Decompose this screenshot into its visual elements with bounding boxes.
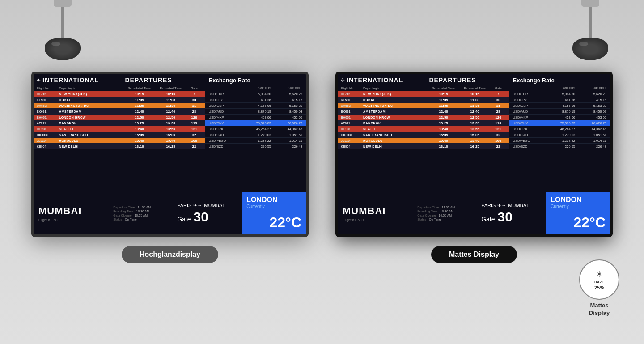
- board-time-val-left: 10:30 AM: [136, 210, 149, 213]
- exch-row: USD/BZD 226.55 226.48: [509, 144, 610, 149]
- haze-badge: ☀ HAZE 25%: [579, 259, 619, 300]
- col-flight-header-r: Flight No.: [341, 87, 363, 90]
- flight-no: DL712: [37, 93, 59, 96]
- exch-buy: 5,984.30: [544, 92, 575, 96]
- col-flight-header: Flight No.: [37, 87, 59, 90]
- exch-buy: 453.06: [544, 115, 575, 119]
- exch-row: USD/EUR 5,984.30 5,620.23: [509, 91, 610, 97]
- table-row: JL5204 HONOLULU 15:40 15:40 106: [338, 138, 509, 144]
- exch-sell: 5,620.23: [271, 92, 302, 96]
- flight-gate: 28: [186, 110, 202, 114]
- board-time-label-left: Boarding Time: [113, 210, 133, 213]
- flight-sched: 13:40: [124, 127, 155, 131]
- flight-sched: 11:05: [124, 98, 155, 102]
- flight-dest: AMSTERDAM: [363, 110, 428, 113]
- fixture-arm-r: [589, 7, 592, 38]
- dep-title-section: ✈ INTERNATIONAL: [37, 76, 121, 84]
- exch-pair: USD/CAD: [513, 133, 544, 137]
- dep-header-right: ✈ INTERNATIONAL DEPARTURES: [338, 74, 509, 86]
- flight-dest: BANGKOK: [363, 122, 428, 125]
- flight-dest: SEATTLE: [363, 127, 428, 131]
- flight-dest: SEATTLE: [59, 127, 124, 131]
- table-row: DL198 SEATTLE 13:40 13:55 121: [338, 126, 509, 132]
- dep-subtitle-right: DEPARTURES: [429, 76, 476, 84]
- gate-close-label-left: Gate Closure: [113, 214, 131, 217]
- fixture-mount: [54, 0, 72, 7]
- flight-sched: 13:25: [428, 121, 459, 125]
- exch-buy: 1,238.22: [544, 139, 575, 143]
- exch-row: USD/AUD 8,875.19 8,459.03: [205, 109, 306, 115]
- flight-gate: 126: [491, 115, 506, 119]
- flight-sched: 15:05: [428, 133, 459, 137]
- flight-sched: 10:15: [124, 92, 155, 96]
- flight-gate: 30: [186, 98, 202, 102]
- exch-sell: 1,014.21: [271, 139, 302, 143]
- exch-row: USD/CAD 1,279.03 1,051.51: [205, 132, 306, 138]
- dep-time-val-left: 11:05 AM: [138, 206, 151, 209]
- flight-no: DL198: [341, 127, 363, 131]
- exch-pair: USD/MXP: [209, 115, 240, 119]
- fixture-mount-r: [581, 0, 599, 7]
- exch-row: USD/MXP 453.06 453.06: [205, 115, 306, 120]
- exchange-panel-left: Exchange Rate WE BUY WE SELL USD/EUR 5,9…: [205, 74, 306, 192]
- exch-sell: 5,153.20: [271, 104, 302, 108]
- flight-gate: 11: [186, 104, 202, 108]
- flight-sched: 10:15: [428, 92, 459, 96]
- monitor-right: ✈ INTERNATIONAL DEPARTURES Flight No. De…: [335, 72, 613, 237]
- dep-title-right: INTERNATIONAL: [347, 76, 403, 84]
- flight-gate: 30: [491, 98, 506, 102]
- flight-sched: 16:10: [124, 144, 155, 149]
- bottom-weather-left: LONDON Currently 22°C: [242, 192, 306, 234]
- col-sched-header-r: Scheduled Time: [428, 87, 459, 90]
- flight-sched: 12:40: [124, 110, 155, 114]
- flight-no: KE904: [341, 145, 363, 148]
- monitor-right-wrapper: ✈ INTERNATIONAL DEPARTURES Flight No. De…: [335, 72, 613, 263]
- exch-buy: 75,375.83: [544, 121, 575, 125]
- bottom-info-right: Departure Time 11:05 AM Boarding Time 10…: [413, 192, 477, 234]
- exch-row: USD/JPY 481.36 415.16: [509, 97, 610, 103]
- flight-est: 11:35: [459, 104, 491, 108]
- exch-buy: 4,156.06: [544, 104, 575, 108]
- col-gate-header-r: Gate: [491, 87, 506, 90]
- screen-right: ✈ INTERNATIONAL DEPARTURES Flight No. De…: [338, 74, 610, 234]
- monitors-container: ✈ INTERNATIONAL DEPARTURES Flight No. De…: [0, 72, 644, 263]
- flight-dest: AMSTERDAM: [59, 110, 124, 113]
- plane-icon-right: ✈: [341, 77, 345, 83]
- exch-title-left: Exchange Rate: [209, 77, 250, 84]
- screen-left: ✈ INTERNATIONAL DEPARTURES Flight No. De…: [34, 74, 306, 234]
- table-row: KE904 NEW DELHI 16:10 16:25 22: [338, 144, 509, 149]
- exch-col-pair-header-r: [513, 87, 544, 90]
- flight-no: BA061: [37, 116, 59, 119]
- flight-dest: NEW DELHI: [363, 145, 428, 148]
- flight-dest: SAN FRANCISCO: [59, 133, 124, 136]
- flight-est: 12:40: [459, 110, 491, 114]
- gate-number-left: 30: [194, 209, 208, 225]
- exch-col-sell-header: WE SELL: [271, 87, 302, 90]
- exch-pair: USD/PESO: [513, 139, 544, 143]
- flight-sched: 13:25: [124, 121, 155, 125]
- fixture-arm: [61, 7, 64, 38]
- table-row: BA061 LONDON HROW 12:50 12:50 126: [34, 115, 205, 120]
- flight-gate: 28: [491, 110, 506, 114]
- haze-section: ☀ HAZE 25% MattesDisplay: [579, 259, 619, 317]
- board-time-label-r: Boarding Time: [417, 210, 437, 213]
- exch-buy: 226.55: [544, 144, 575, 149]
- col-dest-header-r: Departing to: [363, 87, 428, 90]
- flight-gate: 121: [186, 127, 202, 131]
- gate-close-val-r: 10:55 AM: [439, 214, 452, 217]
- exch-buy: 46,264.27: [544, 127, 575, 131]
- gate-route-left: PARIS ✈→ MUMBAI: [177, 203, 224, 208]
- exch-sell: 1,014.21: [575, 139, 606, 143]
- weather-currently-right: Currently: [551, 204, 606, 209]
- flight-est: 15:40: [155, 139, 186, 143]
- flight-est: 13:35: [459, 121, 491, 125]
- exchange-panel-right: Exchange Rate WE BUY WE SELL USD/EUR 5,9…: [509, 74, 610, 192]
- table-row: EK691 AMSTERDAM 12:40 12:40 28: [338, 109, 509, 115]
- dep-time-label-left: Departure Time: [113, 206, 135, 209]
- exch-sell: 415.16: [575, 98, 606, 102]
- flight-sched: 12:40: [428, 110, 459, 114]
- exch-buy: 75,375.83: [240, 121, 271, 125]
- flight-no: AF011: [341, 122, 363, 125]
- flight-no: OK3330: [341, 133, 363, 136]
- flight-est: 11:08: [459, 98, 491, 102]
